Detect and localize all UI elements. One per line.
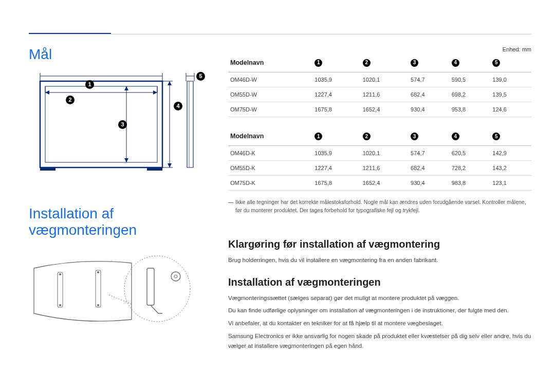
heading-install: Installation af vægmonteringen: [228, 276, 531, 288]
col-1-icon: 1: [314, 133, 322, 140]
table-footnote: Ikke alle tegninger har det korrekte mål…: [228, 198, 531, 215]
heading-dimensions: Mål: [29, 46, 203, 63]
table-row: OM46D-K1035,91020,1574,7620,5142,9: [228, 146, 531, 161]
dimensions-table-1: Modelnavn 1 2 3 4 5 OM46D-W1035,91020,15…: [228, 54, 531, 117]
table-row: OM75D-W1675,81652,4930,4953,8124,6: [228, 102, 531, 117]
svg-rect-30: [147, 268, 154, 305]
svg-point-25: [59, 273, 61, 275]
diagram-label-1: 1: [85, 80, 94, 89]
svg-point-28: [97, 304, 99, 306]
para-install-3: Vi anbefaler, at du kontakter en teknike…: [228, 319, 531, 328]
svg-marker-16: [168, 81, 172, 85]
left-column: Mål: [29, 46, 203, 377]
para-install-4: Samsung Electronics er ikke ansvarlig fo…: [228, 331, 531, 351]
figure-wallmount: [29, 248, 203, 340]
svg-rect-24: [96, 270, 101, 307]
svg-point-32: [174, 275, 177, 278]
col-modelname: Modelnavn: [228, 128, 312, 146]
svg-marker-11: [124, 86, 128, 90]
svg-rect-1: [45, 86, 157, 162]
heading-prep: Klargøring før installation af vægmonter…: [228, 238, 531, 250]
figure-dimensions: 1 2 3 4 5: [29, 72, 203, 175]
col-1-icon: 1: [314, 59, 322, 67]
unit-label: Enhed: mm: [228, 46, 531, 52]
col-5-icon: 5: [492, 59, 500, 67]
col-3-icon: 3: [411, 59, 418, 67]
col-modelname: Modelnavn: [228, 54, 312, 72]
table-row: OM46D-W1035,91020,1574,7590,5139,0: [228, 72, 531, 87]
svg-point-26: [59, 304, 61, 306]
diagram-label-3: 3: [118, 120, 127, 129]
svg-marker-7: [153, 90, 157, 95]
col-5-icon: 5: [492, 133, 500, 140]
table-row: OM55D-K1227,41211,6682,4728,2143,2: [228, 161, 531, 176]
svg-marker-17: [168, 163, 172, 167]
col-3-icon: 3: [411, 133, 418, 140]
diagram-label-2: 2: [66, 96, 75, 104]
svg-point-31: [171, 272, 180, 281]
svg-rect-23: [58, 272, 63, 307]
col-4-icon: 4: [452, 59, 459, 67]
svg-rect-21: [40, 167, 55, 171]
svg-point-29: [124, 256, 190, 322]
col-2-icon: 2: [363, 59, 371, 67]
para-prep: Brug holderringen, hvis du vil installer…: [228, 255, 531, 265]
svg-line-33: [109, 295, 132, 304]
svg-marker-6: [45, 90, 49, 95]
table-row: OM55D-W1227,41211,6682,4698,2139,5: [228, 87, 531, 102]
para-install-1: Vægmonteringssættet (sælges separat) gør…: [228, 293, 531, 303]
svg-rect-0: [40, 81, 162, 167]
svg-point-27: [97, 271, 99, 273]
table-row: OM75D-K1675,81652,4930,4983,8123,1: [228, 176, 531, 191]
diagram-label-4: 4: [174, 102, 182, 110]
col-4-icon: 4: [452, 133, 459, 140]
diagram-label-5: 5: [196, 72, 205, 81]
svg-rect-22: [147, 167, 162, 171]
svg-marker-12: [124, 158, 128, 162]
para-install-2: Du kan finde udførlige oplysninger om in…: [228, 306, 531, 315]
dimensions-table-2: Modelnavn 1 2 3 4 5 OM46D-K1035,91020,15…: [228, 128, 531, 191]
right-column: Enhed: mm Modelnavn 1 2 3 4 5 OM46D-W103…: [228, 46, 531, 377]
heading-wallmount: Installation af vægmonteringen: [29, 206, 203, 238]
col-2-icon: 2: [363, 133, 371, 140]
